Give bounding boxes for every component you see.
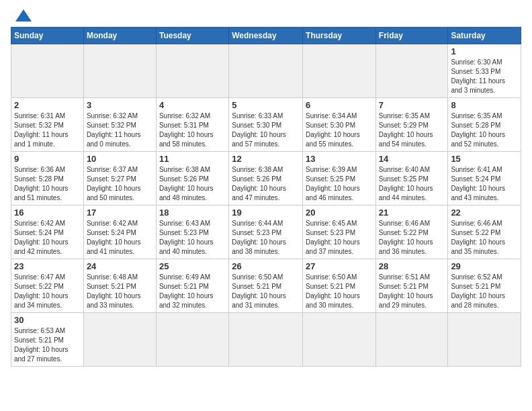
day-number: 18 bbox=[159, 208, 226, 218]
day-number: 29 bbox=[451, 261, 518, 271]
day-cell bbox=[83, 44, 156, 98]
day-info: Sunrise: 6:31 AM Sunset: 5:32 PM Dayligh… bbox=[14, 111, 81, 149]
day-cell bbox=[375, 313, 448, 367]
day-cell: 27Sunrise: 6:50 AM Sunset: 5:21 PM Dayli… bbox=[303, 259, 376, 313]
day-cell: 18Sunrise: 6:43 AM Sunset: 5:23 PM Dayli… bbox=[156, 205, 228, 259]
day-number: 21 bbox=[379, 208, 445, 218]
day-cell: 15Sunrise: 6:41 AM Sunset: 5:24 PM Dayli… bbox=[448, 152, 521, 205]
day-info: Sunrise: 6:46 AM Sunset: 5:22 PM Dayligh… bbox=[379, 219, 445, 257]
day-cell: 19Sunrise: 6:44 AM Sunset: 5:23 PM Dayli… bbox=[229, 205, 303, 259]
day-number: 2 bbox=[14, 100, 81, 110]
weekday-monday: Monday bbox=[83, 28, 156, 44]
day-number: 14 bbox=[379, 154, 445, 164]
day-number: 28 bbox=[379, 261, 445, 271]
day-info: Sunrise: 6:30 AM Sunset: 5:33 PM Dayligh… bbox=[451, 58, 518, 95]
day-number: 8 bbox=[451, 100, 518, 110]
calendar-table: SundayMondayTuesdayWednesdayThursdayFrid… bbox=[11, 27, 521, 367]
day-info: Sunrise: 6:49 AM Sunset: 5:21 PM Dayligh… bbox=[159, 273, 226, 310]
day-number: 10 bbox=[87, 154, 153, 164]
weekday-friday: Friday bbox=[375, 28, 448, 44]
day-info: Sunrise: 6:34 AM Sunset: 5:30 PM Dayligh… bbox=[306, 111, 373, 149]
day-cell: 28Sunrise: 6:51 AM Sunset: 5:21 PM Dayli… bbox=[375, 259, 448, 313]
weekday-thursday: Thursday bbox=[303, 28, 376, 44]
day-info: Sunrise: 6:45 AM Sunset: 5:23 PM Dayligh… bbox=[306, 219, 373, 257]
day-number: 23 bbox=[14, 261, 81, 271]
day-info: Sunrise: 6:51 AM Sunset: 5:21 PM Dayligh… bbox=[379, 273, 445, 310]
day-cell: 21Sunrise: 6:46 AM Sunset: 5:22 PM Dayli… bbox=[375, 205, 448, 259]
day-number: 30 bbox=[14, 315, 81, 325]
day-info: Sunrise: 6:52 AM Sunset: 5:21 PM Dayligh… bbox=[451, 273, 518, 310]
day-cell bbox=[229, 313, 303, 367]
day-cell bbox=[156, 313, 228, 367]
day-cell: 4Sunrise: 6:32 AM Sunset: 5:31 PM Daylig… bbox=[156, 98, 228, 152]
day-cell: 3Sunrise: 6:32 AM Sunset: 5:32 PM Daylig… bbox=[83, 98, 156, 152]
day-number: 17 bbox=[87, 208, 153, 218]
day-number: 24 bbox=[87, 261, 153, 271]
weekday-header-row: SundayMondayTuesdayWednesdayThursdayFrid… bbox=[11, 28, 521, 44]
week-row-2: 2Sunrise: 6:31 AM Sunset: 5:32 PM Daylig… bbox=[11, 98, 521, 152]
day-cell: 9Sunrise: 6:36 AM Sunset: 5:28 PM Daylig… bbox=[11, 152, 84, 205]
day-info: Sunrise: 6:41 AM Sunset: 5:24 PM Dayligh… bbox=[451, 165, 518, 203]
day-cell: 20Sunrise: 6:45 AM Sunset: 5:23 PM Dayli… bbox=[303, 205, 376, 259]
day-info: Sunrise: 6:42 AM Sunset: 5:24 PM Dayligh… bbox=[14, 219, 81, 257]
day-info: Sunrise: 6:53 AM Sunset: 5:21 PM Dayligh… bbox=[14, 326, 81, 364]
day-cell bbox=[448, 313, 521, 367]
day-number: 13 bbox=[306, 154, 373, 164]
week-row-6: 30Sunrise: 6:53 AM Sunset: 5:21 PM Dayli… bbox=[11, 313, 521, 367]
day-cell: 1Sunrise: 6:30 AM Sunset: 5:33 PM Daylig… bbox=[448, 44, 521, 98]
day-number: 9 bbox=[14, 154, 81, 164]
day-number: 11 bbox=[159, 154, 226, 164]
day-cell bbox=[229, 44, 303, 98]
day-number: 19 bbox=[232, 208, 300, 218]
day-info: Sunrise: 6:40 AM Sunset: 5:25 PM Dayligh… bbox=[379, 165, 445, 203]
day-info: Sunrise: 6:39 AM Sunset: 5:25 PM Dayligh… bbox=[306, 165, 373, 203]
day-info: Sunrise: 6:48 AM Sunset: 5:21 PM Dayligh… bbox=[87, 273, 153, 310]
day-number: 6 bbox=[306, 100, 373, 110]
header bbox=[11, 8, 521, 23]
day-cell: 16Sunrise: 6:42 AM Sunset: 5:24 PM Dayli… bbox=[11, 205, 84, 259]
day-number: 15 bbox=[451, 154, 518, 164]
day-cell bbox=[156, 44, 228, 98]
day-cell: 29Sunrise: 6:52 AM Sunset: 5:21 PM Dayli… bbox=[448, 259, 521, 313]
week-row-5: 23Sunrise: 6:47 AM Sunset: 5:22 PM Dayli… bbox=[11, 259, 521, 313]
day-cell bbox=[83, 313, 156, 367]
day-cell bbox=[375, 44, 448, 98]
day-number: 7 bbox=[379, 100, 445, 110]
day-info: Sunrise: 6:36 AM Sunset: 5:28 PM Dayligh… bbox=[14, 165, 81, 203]
day-cell bbox=[11, 44, 84, 98]
day-info: Sunrise: 6:38 AM Sunset: 5:26 PM Dayligh… bbox=[159, 165, 226, 203]
day-cell: 22Sunrise: 6:46 AM Sunset: 5:22 PM Dayli… bbox=[448, 205, 521, 259]
day-cell: 2Sunrise: 6:31 AM Sunset: 5:32 PM Daylig… bbox=[11, 98, 84, 152]
day-number: 25 bbox=[159, 261, 226, 271]
logo bbox=[11, 8, 33, 23]
day-info: Sunrise: 6:35 AM Sunset: 5:29 PM Dayligh… bbox=[379, 111, 445, 149]
day-number: 22 bbox=[451, 208, 518, 218]
day-info: Sunrise: 6:37 AM Sunset: 5:27 PM Dayligh… bbox=[87, 165, 153, 203]
weekday-sunday: Sunday bbox=[11, 28, 84, 44]
day-info: Sunrise: 6:38 AM Sunset: 5:26 PM Dayligh… bbox=[232, 165, 300, 203]
day-number: 20 bbox=[306, 208, 373, 218]
day-number: 4 bbox=[159, 100, 226, 110]
weekday-wednesday: Wednesday bbox=[229, 28, 303, 44]
day-number: 5 bbox=[232, 100, 300, 110]
day-info: Sunrise: 6:35 AM Sunset: 5:28 PM Dayligh… bbox=[451, 111, 518, 149]
day-cell: 11Sunrise: 6:38 AM Sunset: 5:26 PM Dayli… bbox=[156, 152, 228, 205]
day-cell: 26Sunrise: 6:50 AM Sunset: 5:21 PM Dayli… bbox=[229, 259, 303, 313]
day-cell: 14Sunrise: 6:40 AM Sunset: 5:25 PM Dayli… bbox=[375, 152, 448, 205]
logo-icon bbox=[14, 8, 33, 23]
day-number: 3 bbox=[87, 100, 153, 110]
day-number: 16 bbox=[14, 208, 81, 218]
day-cell: 24Sunrise: 6:48 AM Sunset: 5:21 PM Dayli… bbox=[83, 259, 156, 313]
day-cell: 8Sunrise: 6:35 AM Sunset: 5:28 PM Daylig… bbox=[448, 98, 521, 152]
day-cell: 13Sunrise: 6:39 AM Sunset: 5:25 PM Dayli… bbox=[303, 152, 376, 205]
day-info: Sunrise: 6:46 AM Sunset: 5:22 PM Dayligh… bbox=[451, 219, 518, 257]
page: SundayMondayTuesdayWednesdayThursdayFrid… bbox=[0, 0, 532, 375]
week-row-4: 16Sunrise: 6:42 AM Sunset: 5:24 PM Dayli… bbox=[11, 205, 521, 259]
day-cell: 23Sunrise: 6:47 AM Sunset: 5:22 PM Dayli… bbox=[11, 259, 84, 313]
day-info: Sunrise: 6:50 AM Sunset: 5:21 PM Dayligh… bbox=[306, 273, 373, 310]
day-cell: 5Sunrise: 6:33 AM Sunset: 5:30 PM Daylig… bbox=[229, 98, 303, 152]
day-cell: 10Sunrise: 6:37 AM Sunset: 5:27 PM Dayli… bbox=[83, 152, 156, 205]
day-cell: 25Sunrise: 6:49 AM Sunset: 5:21 PM Dayli… bbox=[156, 259, 228, 313]
day-cell: 17Sunrise: 6:42 AM Sunset: 5:24 PM Dayli… bbox=[83, 205, 156, 259]
day-info: Sunrise: 6:32 AM Sunset: 5:31 PM Dayligh… bbox=[159, 111, 226, 149]
